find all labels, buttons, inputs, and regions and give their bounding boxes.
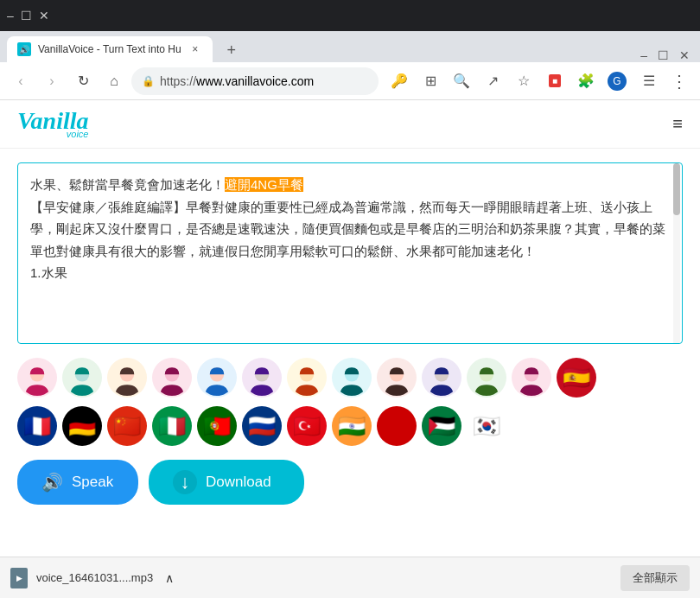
minimize-btn[interactable]: –	[7, 9, 14, 22]
flag-russia[interactable]: 🇷🇺	[242, 406, 282, 446]
main-area: 水果、鬆餅當早餐竟會加速老化！避開4NG早餐 【早安健康／張維庭編譯】早餐對健康…	[0, 149, 700, 525]
settings-icon[interactable]: ☰	[634, 67, 662, 95]
flag-india[interactable]: 🇮🇳	[332, 406, 372, 446]
avatar-10[interactable]	[422, 358, 461, 398]
forward-button[interactable]: ›	[38, 67, 66, 95]
close-btn[interactable]: ✕	[39, 9, 49, 22]
avatar-4[interactable]	[152, 358, 192, 398]
flag-korea[interactable]: 🇰🇷	[467, 406, 506, 446]
download-icon: ↓	[173, 470, 197, 494]
hamburger-menu[interactable]: ≡	[672, 114, 683, 134]
avatar-2[interactable]	[62, 358, 102, 398]
red-bookmark-icon[interactable]: ■	[541, 67, 569, 95]
download-filename: voice_16461031....mp3	[36, 571, 153, 584]
refresh-button[interactable]: ↻	[69, 67, 97, 95]
flag-portugal[interactable]: 🇵🇹	[197, 406, 237, 446]
speak-button[interactable]: 🔊 Speak	[17, 460, 138, 505]
flag-italy[interactable]: 🇮🇹	[152, 406, 192, 446]
download-bar: ▶ voice_16461031....mp3 ∧ 全部顯示	[0, 557, 700, 598]
new-tab-button[interactable]: +	[220, 38, 244, 62]
download-file-icon: ▶	[10, 568, 28, 588]
avatar-1[interactable]	[17, 358, 57, 398]
flag-china[interactable]: 🇨🇳	[107, 406, 147, 446]
tab-close-btn[interactable]: ×	[188, 42, 202, 56]
tab-title: VanillaVoice - Turn Text into Hu	[38, 43, 181, 55]
send-icon[interactable]: ↗	[479, 67, 506, 95]
window-minimize-icon[interactable]: –	[640, 48, 647, 62]
avatar-5[interactable]	[197, 358, 237, 398]
tab-bar: 🔊 VanillaVoice - Turn Text into Hu × + –…	[0, 31, 700, 62]
password-icon[interactable]: 🔑	[385, 67, 413, 95]
window-maximize-icon[interactable]: ☐	[658, 48, 669, 62]
flag-palestine[interactable]: 🇵🇸	[422, 406, 461, 446]
active-tab[interactable]: 🔊 VanillaVoice - Turn Text into Hu ×	[7, 36, 213, 62]
text-container: 水果、鬆餅當早餐竟會加速老化！避開4NG早餐 【早安健康／張維庭編譯】早餐對健康…	[17, 162, 683, 344]
download-button[interactable]: ↓ Download	[149, 460, 304, 505]
button-row: 🔊 Speak ↓ Download	[17, 460, 683, 505]
scrollbar-track	[673, 163, 680, 343]
logo-voice: voice	[17, 130, 88, 139]
flag-row: 🇫🇷 🇩🇪 🇨🇳 🇮🇹 🇵🇹 🇷🇺 🇹🇷 🇮🇳 red 🇵🇸 🇰🇷	[17, 406, 683, 446]
url-text: https://www.vanillavoice.com	[160, 74, 314, 88]
profile-icon[interactable]: G	[603, 67, 631, 95]
extensions-icon[interactable]: 🧩	[572, 67, 600, 95]
avatar-9[interactable]	[377, 358, 417, 398]
avatar-8[interactable]	[332, 358, 372, 398]
site-logo: Vanilla voice	[17, 109, 88, 139]
avatar-row: 🇪🇸	[17, 358, 683, 398]
flag-red[interactable]: red	[377, 406, 417, 446]
title-bar: – ☐ ✕	[0, 0, 700, 31]
speak-icon: 🔊	[41, 472, 63, 493]
avatar-7[interactable]	[287, 358, 327, 398]
site-navbar: Vanilla voice ≡	[0, 100, 700, 149]
maximize-btn[interactable]: ☐	[21, 9, 32, 22]
scrollbar-thumb[interactable]	[673, 163, 680, 215]
avatar-12[interactable]	[512, 358, 551, 398]
home-button[interactable]: ⌂	[100, 67, 128, 95]
window-close-icon[interactable]: ✕	[679, 48, 690, 62]
url-bar[interactable]: 🔒 https://www.vanillavoice.com	[131, 67, 379, 95]
page-content: Vanilla voice ≡ 水果、鬆餅當早餐竟會加速老化！避開4NG早餐 【…	[0, 100, 700, 598]
back-button[interactable]: ‹	[7, 67, 35, 95]
flag-germany[interactable]: 🇩🇪	[62, 406, 102, 446]
speak-label: Speak	[72, 474, 113, 491]
text-area[interactable]: 水果、鬆餅當早餐竟會加速老化！避開4NG早餐 【早安健康／張維庭編譯】早餐對健康…	[18, 163, 682, 343]
translate-icon[interactable]: ⊞	[417, 67, 444, 95]
avatar-11[interactable]	[467, 358, 506, 398]
more-menu-button[interactable]: ⋮	[665, 67, 693, 95]
toolbar-icons: 🔑 ⊞ 🔍 ↗ ☆ ■ 🧩 G ☰ ⋮	[385, 67, 693, 95]
search-icon[interactable]: 🔍	[448, 67, 475, 95]
download-label: Download	[206, 474, 271, 491]
avatar-spain-flag[interactable]: 🇪🇸	[557, 358, 596, 398]
flag-france[interactable]: 🇫🇷	[17, 406, 57, 446]
show-all-downloads-button[interactable]: 全部顯示	[620, 565, 690, 591]
tab-favicon: 🔊	[17, 42, 31, 56]
avatar-6[interactable]	[242, 358, 282, 398]
download-expand-arrow[interactable]: ∧	[165, 571, 174, 585]
address-bar: ‹ › ↻ ⌂ 🔒 https://www.vanillavoice.com 🔑…	[0, 62, 700, 100]
lock-icon: 🔒	[142, 75, 155, 87]
avatar-3[interactable]	[107, 358, 147, 398]
flag-turkey[interactable]: 🇹🇷	[287, 406, 327, 446]
highlighted-text: 避開4NG早餐	[225, 177, 303, 192]
bookmark-icon[interactable]: ☆	[510, 67, 538, 95]
